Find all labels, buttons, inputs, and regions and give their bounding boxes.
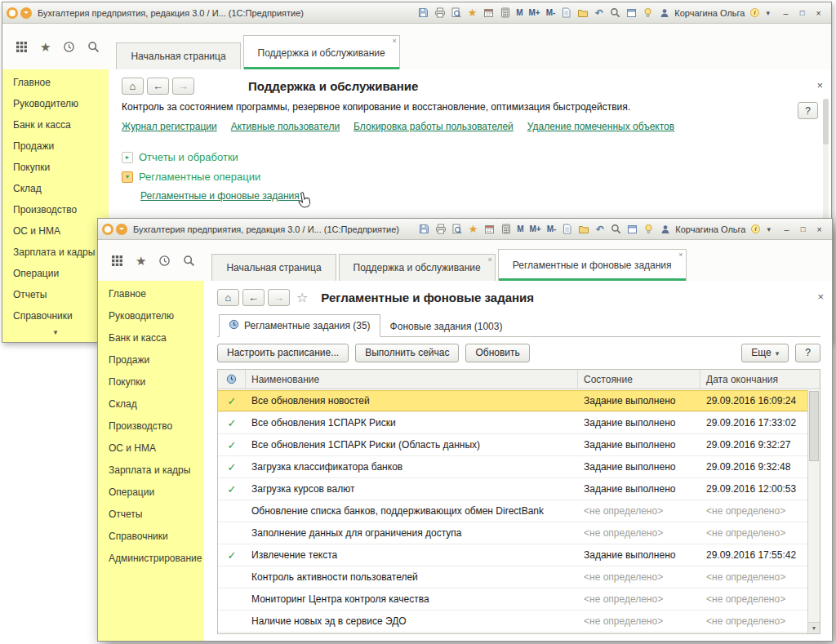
page-close-icon[interactable]: × <box>817 291 824 302</box>
favorite-toggle-icon[interactable]: ☆ <box>296 290 308 305</box>
help-button[interactable]: ? <box>795 344 820 362</box>
info-icon[interactable]: i <box>749 223 763 236</box>
table-row[interactable]: ✓ Все обновления новостей Задание выполн… <box>218 390 807 412</box>
collapse-arrow-icon[interactable]: ▾ <box>122 171 133 183</box>
sidebar-item[interactable]: Администрирование <box>98 548 204 570</box>
app-menu-arrow-icon[interactable] <box>20 7 32 19</box>
table-row[interactable]: ✓ Все обновления 1СПАРК Риски Задание вы… <box>218 412 807 434</box>
calendar-icon[interactable] <box>482 223 496 236</box>
scrollbar-thumb[interactable] <box>823 99 829 144</box>
lamp-icon[interactable] <box>641 7 655 20</box>
more-button[interactable]: Еще▾ <box>741 344 789 362</box>
tab-close-icon[interactable]: × <box>678 251 683 259</box>
sidebar-item[interactable]: Руководителю <box>2 93 109 114</box>
sidebar-item[interactable]: Производство <box>2 199 109 220</box>
table-scrollbar[interactable]: ▼ <box>807 390 820 633</box>
close-window-button[interactable]: × <box>811 7 826 19</box>
chevron-down-icon[interactable]: ▾ <box>764 9 772 17</box>
sidebar-item[interactable]: Продажи <box>98 349 204 371</box>
run-now-button[interactable]: Выполнить сейчас <box>355 344 459 362</box>
close-window-button[interactable]: × <box>812 223 827 235</box>
print-icon[interactable] <box>434 223 447 236</box>
configure-schedule-button[interactable]: Настроить расписание... <box>217 344 349 362</box>
favorites-icon[interactable]: ★ <box>465 7 479 20</box>
sidebar-item[interactable]: Отчеты <box>98 504 204 526</box>
table-row[interactable]: ✓ Загрузка курсов валют Задание выполнен… <box>218 478 807 500</box>
back-button[interactable]: ← <box>242 289 265 306</box>
memory-m-button[interactable]: M <box>515 224 525 233</box>
tab-home[interactable]: Начальная страница <box>211 254 336 281</box>
history-icon[interactable] <box>63 41 75 53</box>
calendar-icon[interactable] <box>482 7 496 20</box>
table-row[interactable]: ✓ Извлечение текста Задание выполнено 29… <box>218 544 807 566</box>
scheduled-jobs-link[interactable]: Регламентные и фоновые задания <box>140 190 300 202</box>
search-icon[interactable] <box>87 41 100 53</box>
page-close-icon[interactable]: × <box>816 80 823 91</box>
chevron-down-icon[interactable]: ▾ <box>765 225 772 233</box>
favorites-star-icon[interactable]: ★ <box>136 255 146 267</box>
windows-icon[interactable] <box>625 223 639 236</box>
tab-support-maintenance[interactable]: Поддержка и обслуживание × <box>243 35 400 69</box>
print-icon[interactable] <box>433 7 447 20</box>
history-icon[interactable] <box>158 255 171 267</box>
user-name[interactable]: Корчагина Ольга <box>675 224 745 234</box>
table-row[interactable]: Контроль активности пользователей <не оп… <box>218 566 807 588</box>
section-label[interactable]: Отчеты и обработки <box>139 151 238 163</box>
section-label[interactable]: Регламентные операции <box>139 171 260 183</box>
user-name[interactable]: Корчагина Ольга <box>674 8 745 18</box>
scroll-down-icon[interactable]: ▼ <box>808 622 820 633</box>
tab-background-jobs[interactable]: Фоновые задания (1003) <box>380 316 513 337</box>
sidebar-item[interactable]: Руководителю <box>98 305 204 327</box>
calculator-icon[interactable] <box>499 223 513 236</box>
memory-m-button[interactable]: M <box>514 8 524 17</box>
link-delete-marked[interactable]: Удаление помеченных объектов <box>527 121 674 132</box>
maximize-button[interactable]: □ <box>795 223 811 235</box>
tab-close-icon[interactable]: × <box>487 255 491 264</box>
lamp-icon[interactable] <box>642 223 656 236</box>
open-folder-icon[interactable] <box>576 7 589 20</box>
tab-support-maintenance[interactable]: Поддержка и обслуживание × <box>339 254 496 281</box>
column-name[interactable]: Наименование <box>246 370 578 389</box>
sidebar-item[interactable]: ОС и НМА <box>98 437 204 460</box>
table-row[interactable]: Заполнение данных для ограничения доступ… <box>218 522 807 544</box>
section-scheduled-operations[interactable]: ▾ Регламентные операции <box>122 171 820 183</box>
minimize-button[interactable]: – <box>779 223 794 235</box>
sidebar-item[interactable]: Операции <box>2 263 109 284</box>
expand-arrow-icon[interactable]: ▸ <box>122 152 133 163</box>
refresh-button[interactable]: Обновить <box>465 344 529 362</box>
back-button[interactable]: ← <box>147 78 169 95</box>
windows-icon[interactable] <box>625 7 638 20</box>
sidebar-item[interactable]: Главное <box>2 72 109 93</box>
section-reports-tools[interactable]: ▸ Отчеты и обработки <box>122 151 820 163</box>
sidebar-item[interactable]: Справочники <box>2 305 109 326</box>
sidebar-more-icon[interactable]: ▼ <box>2 329 109 336</box>
sidebar-item[interactable]: Покупки <box>2 157 109 178</box>
scrollbar-thumb[interactable] <box>809 391 819 461</box>
memory-mminus-button[interactable]: M- <box>545 8 558 17</box>
link-event-log[interactable]: Журнал регистрации <box>122 121 217 132</box>
tab-scheduled-jobs[interactable]: Регламентные задания (35) <box>219 314 380 337</box>
sidebar-item[interactable]: Покупки <box>98 371 204 393</box>
table-row[interactable]: ✓ Все обновления 1СПАРК Риски (Область д… <box>218 434 807 456</box>
sidebar-item[interactable]: Справочники <box>98 526 204 548</box>
sidebar-item[interactable]: ОС и НМА <box>2 220 109 242</box>
minimize-button[interactable]: – <box>778 7 794 19</box>
sidebar-item[interactable]: Отчеты <box>2 284 109 305</box>
sidebar-item[interactable]: Склад <box>98 393 204 415</box>
maximize-button[interactable]: □ <box>794 7 810 19</box>
column-state[interactable]: Состояние <box>578 370 700 389</box>
tab-close-icon[interactable]: × <box>392 37 396 45</box>
new-document-icon[interactable] <box>560 223 574 236</box>
info-icon[interactable]: i <box>748 7 762 20</box>
memory-mplus-button[interactable]: M+ <box>527 224 542 233</box>
calculator-icon[interactable] <box>498 7 512 20</box>
sidebar-item[interactable]: Банк и касса <box>98 327 204 349</box>
memory-mminus-button[interactable]: M- <box>545 224 558 233</box>
help-button[interactable]: ? <box>798 102 818 119</box>
sidebar-item[interactable]: Склад <box>2 178 109 199</box>
table-row[interactable]: Наличие новых эд в сервисе ЭДО <не опред… <box>218 611 807 633</box>
link-user-lock[interactable]: Блокировка работы пользователей <box>354 121 514 132</box>
sidebar-item[interactable]: Операции <box>98 482 204 504</box>
table-row[interactable]: ✓ Загрузка классификатора банков Задание… <box>218 456 807 478</box>
table-row[interactable]: Мониторинг Центра контроля качества <не … <box>218 588 807 611</box>
